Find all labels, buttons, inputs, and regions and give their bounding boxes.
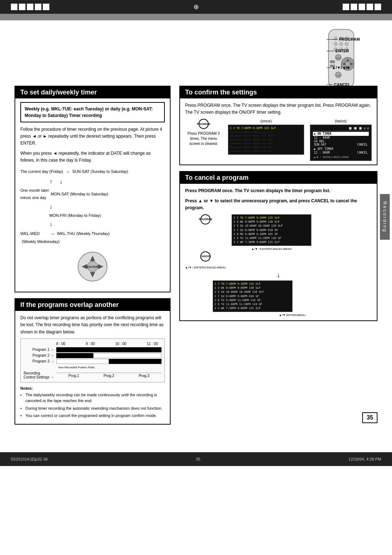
on-timer-time: 12 : 00AM (313, 136, 369, 140)
off-timer-time-row: 12 : 00AMCANCEL (313, 151, 369, 154)
section-daily-title: To set daily/weekly timer (15, 86, 170, 98)
time-label-1100: 11 : 00 (147, 342, 158, 346)
prog3-bottom: Prog.3 (139, 374, 149, 378)
section-confirm-content: Press PROGRAM once. The TV screen displa… (180, 98, 377, 165)
prog-btn-area: PROGRAM (200, 214, 211, 225)
diagram-down-arrow2: ↓ (49, 202, 52, 212)
section-cancel-content: Press PROGRAM once. The TV screen displa… (180, 184, 377, 320)
diagram-wkl-wed: WKL-WED (20, 230, 49, 238)
notes-section: Notes: • The daily/weekly recording can … (20, 386, 165, 419)
svg-text:CAN: CAN (336, 74, 340, 77)
cancel-para1: Press PROGRAM once. The TV screen displa… (185, 187, 372, 194)
cancel-screen2: 2 3 TH 7:00PM 9:30PM 125 SLP 2 4 WE 8:00… (213, 280, 293, 312)
registration-mark-top: ⊕ (193, 3, 199, 11)
top-bar-right-squares (343, 4, 381, 10)
confirm-para1: Press PROGRAM once. The TV screen displa… (185, 102, 372, 116)
once-screen-area: (once) 2 3 TH 7:00PM 9:30PM 125 SLP ----… (228, 119, 304, 154)
cancel-nav2: ▲/▼ ENTER/MENU (213, 313, 372, 317)
prog1-bottom: Prog.1 (69, 374, 79, 378)
program-note: Press PROGRAM 3 times. The menu screen i… (185, 131, 222, 146)
note-text-1: The daily/weekly recording can be made c… (25, 392, 165, 404)
svg-point-1 (334, 37, 338, 40)
remote-nav-label: ▲/▼/◄/► (332, 63, 351, 72)
overlap-para1: Do not overlap timer programs as portion… (20, 315, 165, 336)
bottom-center-text: 35 (196, 457, 200, 461)
top-bar-left-squares (11, 4, 49, 10)
on-timer-ch-row: CH 001 (313, 140, 369, 143)
cancel-para2: Press ▲ or ▼ to select the unnecessary p… (185, 198, 372, 211)
diagram-minus-one: minus one day (20, 194, 49, 202)
once-row1: 2 3 TH 7:00PM 9:30PM 125 SLP (230, 126, 302, 130)
overlap-timeline-diagram: 8 : 00 9 : 00 10 : 00 11 : 00 Program 1 … (20, 339, 165, 382)
daily-bold-note: Weekly (e.g. WKL-TUE: each Tuesday) or d… (20, 102, 165, 122)
cancel-buttons-area: PROGRAM CANCEL ▲/▼ / ENTER/CANCEL/MENU (185, 214, 226, 269)
section-cancel-title: To cancel a program (180, 172, 377, 184)
diagram-one-month: One month later (20, 187, 49, 194)
twice-label: (twice) (335, 119, 347, 123)
cancel-screen1: 2 3 TH 7:00PM 9:30PM 125 SLP 2 4 WE 8:00… (232, 214, 311, 246)
section-confirm-title: To confirm the settings (180, 86, 377, 98)
note-text-2: During timer recording the automatic rew… (25, 405, 162, 412)
diagram-down-arrow1: ↓ (60, 177, 62, 187)
notes-title: Notes: (20, 386, 165, 390)
note-item-1: • The daily/weekly recording can be made… (20, 392, 165, 404)
section-cancel: To cancel a program Press PROGRAM once. … (179, 171, 377, 321)
section-overlap-title: If the programs overlap another (15, 299, 170, 311)
section-daily-timer: To set daily/weekly timer Weekly (e.g. W… (15, 86, 171, 292)
section-confirm: To confirm the settings Press PROGRAM on… (179, 86, 377, 165)
daily-para1: Follow the procedure of timer recording … (20, 126, 165, 147)
cancel-nav1: ▲/▼ / ENTER/CANCEL/MENU (185, 266, 226, 269)
remote-enter-label: ENTER (335, 46, 349, 55)
section-daily-content: Weekly (e.g. WKL-TUE: each Tuesday) or d… (15, 98, 170, 292)
note-item-3: • You can correct or cancel the programe… (20, 413, 165, 419)
svg-rect-12 (330, 60, 335, 63)
section-overlap: If the programs overlap another Do not o… (15, 298, 171, 425)
bottom-left-text: 5S20101A [E]p32-36 (11, 457, 48, 461)
remote-illustration: PRG CAN PROGRAM ENTER (305, 28, 377, 89)
section-overlap-content: Do not overlap timer programs as portion… (15, 311, 170, 424)
diagram-dest2: MON-SAT (Monday to Saturday) (51, 191, 109, 198)
non-rec-label: Non Recorded Portion Parts (58, 366, 95, 369)
once-screen: 2 3 TH 7:00PM 9:30PM 125 SLP -------- -:… (228, 125, 304, 154)
recording-control-label: Recording (24, 371, 56, 375)
note-item-2: • During timer recording the automatic r… (20, 405, 165, 412)
diagram-down-arrow3: ↓ (49, 219, 52, 230)
sub-bar (0, 14, 392, 20)
once-label: (once) (260, 119, 271, 123)
diagram-arrow1: → (65, 167, 70, 176)
cancel-screen1-area: 2 3 TH 7:00PM 9:30PM 125 SLP 2 4 WE 8:00… (232, 214, 311, 251)
svg-text:PRG: PRG (336, 57, 340, 59)
time-label-800: 8 : 00 (56, 342, 65, 346)
bottom-right-text: 12/16/04, 4:28 PM (348, 457, 381, 461)
twice-screen-area: (twice) 🔲🔲🔲⊡⊡ ▶ ON TIMER 12 : 00AM CH 00… (310, 119, 372, 161)
recording-sidebar-tab: Recording (380, 194, 390, 240)
diagram-weekly-wed: (Weekly Wednesday) (22, 238, 165, 246)
cancel-screens-area: PROGRAM CANCEL ▲/▼ / ENTER/CANCEL/MENU (185, 214, 372, 269)
on-timer-row: ▶ ON TIMER (313, 132, 369, 136)
time-label-1000: 10 : 00 (115, 342, 127, 346)
down-arrow: ↓ (185, 271, 372, 279)
right-column: To confirm the settings Press PROGRAM on… (179, 86, 377, 430)
prog2-bottom: Prog.2 (103, 374, 114, 378)
remote-program-label: PROGRAM (339, 35, 360, 44)
diagram-row1-text: The current day (Friday) (20, 168, 63, 175)
diagram-dest4: WKL-THU (Weekly Thursday) (57, 230, 110, 238)
program-circle-area: PROGRAM Press PROGRAM 3 times. The menu … (185, 119, 222, 146)
once-row2: -------- -:--- -:--- --- --- (230, 130, 302, 134)
diagram-left-arrow: ← (51, 230, 56, 238)
on-timer-sunsat-row: SUN-SATCANCEL (313, 143, 369, 146)
bottom-bar: 5S20101A [E]p32-36 35 12/16/04, 4:28 PM (0, 452, 392, 466)
two-column-layout: To set daily/weekly timer Weekly (e.g. W… (15, 86, 377, 430)
cancel-circle: CANCEL (200, 251, 211, 262)
svg-point-4 (334, 42, 338, 46)
cancel-btn-area: CANCEL (200, 250, 211, 263)
cancel-nav-below: ▲/▼ / ENTER/CANCEL/MENU (251, 247, 292, 251)
left-column: To set daily/weekly timer Weekly (e.g. W… (15, 86, 171, 430)
prog3-label: Program 3 → (24, 359, 56, 363)
prog2-label: Program 2 → (24, 353, 56, 357)
time-label-900: 9 : 00 (86, 342, 95, 346)
deleted-parts-label: Deleted Parts —— (93, 347, 121, 351)
twice-nav: ▲/▼ / ENTER/CANCEL/MENU (313, 156, 369, 159)
control-settings-label: Control Settings → (24, 375, 56, 379)
diagram-dest3: MON-FRI (Monday to Friday) (49, 212, 101, 219)
